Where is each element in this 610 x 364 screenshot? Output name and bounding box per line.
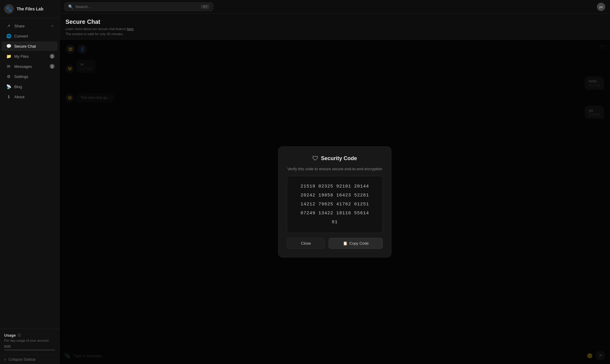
here-link[interactable]: here (127, 27, 133, 31)
modal-title-row: 🛡 Security Code (312, 155, 357, 162)
settings-icon: ⚙ (6, 74, 11, 79)
copy-icon: 📋 (343, 241, 348, 246)
usage-count: 0/20 (4, 345, 55, 348)
app-name: The Files Lab (17, 7, 43, 11)
chat-title: Secure Chat (66, 18, 604, 25)
chat-icon: 💬 (6, 44, 11, 49)
copy-code-button[interactable]: 📋 Copy Code (329, 238, 383, 249)
sidebar-item-label: Share (14, 24, 25, 28)
modal-shield-icon: 🛡 (312, 155, 318, 162)
topbar: 🔍 ⌘K pe (60, 0, 610, 14)
sidebar-item-settings[interactable]: ⚙ Settings (2, 72, 57, 81)
sidebar-item-label: Messages (14, 64, 32, 69)
collapse-icon: « (4, 357, 6, 362)
security-code-box: 21519 02325 92101 20144 20242 19858 1642… (287, 176, 383, 233)
usage-subtitle: Per day usage of your account (4, 339, 55, 342)
sidebar-item-secure-chat[interactable]: 💬 Secure Chat (2, 41, 57, 51)
sidebar-item-label: Settings (14, 74, 28, 79)
chat-header: Secure Chat Learn more about our secure … (60, 14, 610, 40)
search-input[interactable] (75, 4, 198, 9)
code-line-3: 14212 79625 41762 61251 (295, 200, 374, 209)
collapse-label: Collapse Sidebar (9, 357, 36, 362)
my-files-badge: 1 (50, 54, 55, 59)
modal-overlay: 🛡 Security Code Verify this code to ensu… (60, 40, 610, 364)
about-icon: ℹ (6, 94, 11, 99)
usage-bar (4, 349, 55, 351)
messages-badge: 1 (50, 64, 55, 69)
collapse-sidebar-button[interactable]: « Collapse Sidebar (0, 355, 59, 364)
files-icon: 📁 (6, 54, 11, 59)
modal-subtitle: Verify this code to ensure secure end-to… (287, 167, 382, 171)
usage-section: Usage ⓘ Per day usage of your account 0/… (0, 329, 59, 355)
copy-label: Copy Code (349, 241, 369, 246)
sidebar-item-convert[interactable]: 🌐 Convert (2, 31, 57, 41)
info-icon: ⓘ (18, 333, 21, 338)
avatar[interactable]: pe (597, 3, 605, 11)
app-logo[interactable]: 🐾 The Files Lab (0, 0, 59, 18)
sidebar-item-label: Blog (14, 85, 22, 89)
sidebar-item-messages[interactable]: ✉ Messages 1 (2, 62, 57, 71)
messages-icon: ✉ (6, 64, 11, 69)
usage-title: Usage ⓘ (4, 333, 55, 338)
search-box[interactable]: 🔍 ⌘K (64, 2, 213, 11)
share-icon: ↗ (6, 24, 11, 28)
main-content: 🔍 ⌘K pe Secure Chat Learn more about our… (60, 0, 610, 364)
sidebar-item-about[interactable]: ℹ About (2, 92, 57, 101)
sidebar-item-blog[interactable]: 📡 Blog (2, 82, 57, 91)
sidebar: 🐾 The Files Lab ↗ Share ▾ 🌐 Convert 💬 Se… (0, 0, 60, 364)
search-icon: 🔍 (68, 4, 73, 9)
code-line-5: 61 (295, 218, 374, 227)
modal-buttons: Close 📋 Copy Code (287, 238, 383, 249)
security-code-modal: 🛡 Security Code Verify this code to ensu… (278, 146, 391, 257)
chat-area: 🐱 👤 🐱 hi 3:17 PM hello 3:17 PM (60, 40, 610, 364)
close-button[interactable]: Close (287, 238, 325, 249)
code-line-2: 20242 19858 16423 52281 (295, 191, 374, 200)
chat-subtitle: Learn more about our secure chat feature… (66, 26, 604, 36)
blog-icon: 📡 (6, 84, 11, 89)
sidebar-item-label: About (14, 95, 24, 99)
sidebar-item-label: My Files (14, 54, 29, 59)
sidebar-nav: ↗ Share ▾ 🌐 Convert 💬 Secure Chat 📁 My F… (0, 18, 59, 329)
code-line-4: 07249 13422 18116 55614 (295, 209, 374, 218)
sidebar-item-label: Secure Chat (14, 44, 36, 49)
logo-icon: 🐾 (4, 4, 14, 14)
sidebar-item-share[interactable]: ↗ Share ▾ (2, 21, 57, 31)
modal-title: Security Code (321, 155, 357, 162)
search-shortcut: ⌘K (201, 4, 209, 9)
code-line-1: 21519 02325 92101 20144 (295, 182, 374, 191)
convert-icon: 🌐 (6, 34, 11, 38)
sidebar-item-my-files[interactable]: 📁 My Files 1 (2, 51, 57, 61)
topbar-right: pe (597, 3, 605, 11)
sidebar-item-label: Convert (14, 34, 28, 38)
chevron-down-icon: ▾ (52, 24, 53, 28)
